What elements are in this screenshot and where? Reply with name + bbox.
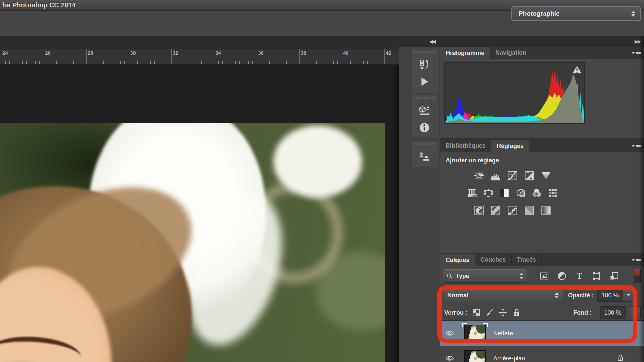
adjustment-photo-filter-button[interactable] (515, 187, 526, 199)
layer-row-arriere-plan[interactable]: Arrière-plan (440, 346, 644, 362)
panel-menu-icon[interactable] (632, 47, 641, 59)
filter-pixel-layers-icon[interactable] (540, 271, 549, 281)
horizontal-ruler[interactable]: 24262830323436384042 (0, 49, 399, 64)
workspace-selector-label: Photographie (519, 10, 559, 17)
lock-pixels-brush-icon[interactable] (485, 308, 494, 317)
search-icon (447, 273, 453, 279)
exposure-icon (524, 170, 535, 181)
chevron-up-down-icon (631, 11, 635, 17)
panel-menu-icon[interactable] (632, 254, 641, 266)
blend-mode-select[interactable]: Normal (443, 288, 563, 302)
layer-name[interactable]: Arrière-plan (493, 355, 525, 362)
panel-menu-icon[interactable] (632, 140, 641, 152)
gradient-map-icon (541, 205, 551, 216)
tab-navigation[interactable]: Navigation (490, 47, 532, 59)
3d-cube-icon (419, 105, 430, 116)
lock-transparency-icon[interactable] (472, 308, 481, 317)
hue-saturation-icon (467, 188, 478, 198)
brightness-contrast-icon (474, 170, 484, 181)
tab-bibliotheques[interactable]: Bibliothèques (440, 140, 491, 152)
dock-gripper[interactable] (414, 97, 435, 99)
levels-icon (490, 170, 501, 181)
dock-gripper[interactable] (414, 143, 435, 145)
tab-calques[interactable]: Calques (440, 254, 475, 266)
posterize-icon (490, 205, 501, 216)
dock-gripper[interactable] (414, 51, 435, 53)
actions-panel-button[interactable] (411, 73, 438, 90)
lock-all-icon[interactable] (512, 308, 521, 317)
layer-thumbnail-image (464, 350, 486, 362)
3d-panel-button[interactable] (411, 102, 438, 119)
svg-text:T: T (577, 271, 582, 280)
layer-filtering-toggle-knob (634, 269, 640, 276)
history-panel-button[interactable] (411, 56, 438, 73)
adjustment-threshold-button[interactable] (507, 205, 518, 216)
adjustment-posterize-button[interactable] (490, 205, 501, 216)
adjustments-panel: Bibliothèques Réglages Ajouter un réglag… (440, 140, 644, 253)
collapse-panels-icon[interactable]: ◀◀ (429, 39, 435, 44)
filter-shape-layers-icon[interactable] (592, 271, 601, 281)
filter-adjustment-layers-icon[interactable] (557, 271, 567, 281)
workspace-selector[interactable]: Photographie (511, 6, 641, 21)
adjustment-channel-mixer-button[interactable] (531, 187, 542, 199)
adjustment-brightness-contrast-button[interactable] (473, 170, 485, 181)
adjustment-invert-button[interactable] (473, 205, 485, 216)
lock-position-icon[interactable] (499, 308, 507, 317)
adjustment-color-lookup-button[interactable] (547, 187, 558, 199)
layer-filter-row: Type T (440, 266, 644, 286)
layer-name[interactable]: Netteté (493, 330, 513, 337)
play-icon (419, 76, 430, 87)
filter-kind-select[interactable]: Type (443, 269, 527, 283)
eye-icon (445, 354, 454, 362)
info-panel-button[interactable] (411, 119, 438, 136)
clone-source-panel-button[interactable] (411, 147, 438, 165)
filter-smart-objects-icon[interactable] (609, 271, 619, 281)
opacity-value[interactable]: 100 % (597, 289, 623, 302)
panel-column-header: ▶▶ (440, 36, 644, 47)
opacity-dropdown-button[interactable] (623, 289, 633, 302)
tab-couches[interactable]: Couches (475, 254, 512, 266)
layer-row-nettete[interactable]: Netteté (440, 321, 644, 346)
adjustment-gradient-map-button[interactable] (540, 205, 552, 216)
tab-reglages[interactable]: Réglages (491, 140, 529, 152)
adjustment-row-2 (440, 187, 585, 199)
fill-label: Fond : (573, 309, 592, 316)
curves-icon (507, 170, 518, 181)
clone-source-icon (419, 150, 430, 162)
adjustment-curves-button[interactable] (507, 170, 518, 181)
blend-mode-row: Normal Opacité : 100 % (440, 286, 644, 305)
thumbnail-selection-bracket (483, 339, 488, 343)
filter-kind-label: Type (455, 273, 469, 280)
expand-panels-icon[interactable]: ▶▶ (635, 39, 641, 44)
layer-visibility-toggle[interactable] (440, 321, 459, 346)
filter-type-layers-icon[interactable]: T (575, 271, 584, 281)
fill-value[interactable]: 100 % (600, 306, 626, 319)
tab-histogramme[interactable]: Histogramme (440, 47, 490, 59)
adjustment-levels-button[interactable] (490, 170, 501, 181)
adjustment-selective-color-button[interactable] (524, 205, 535, 216)
pasteboard (0, 65, 399, 362)
selective-color-icon (524, 205, 535, 216)
tab-traces[interactable]: Tracés (512, 254, 542, 266)
adjustment-black-white-button[interactable] (499, 187, 510, 199)
fill-dropdown-button[interactable] (631, 306, 641, 319)
adjustment-color-balance-button[interactable] (483, 187, 494, 199)
dock-group-3 (410, 141, 438, 167)
layer-thumbnail[interactable] (464, 325, 486, 342)
dock-group-1 (410, 49, 438, 93)
eye-icon (445, 329, 454, 338)
panel-column: ▶▶ Histogramme Navigation Bibliothèques … (440, 36, 644, 362)
histogram-refresh-warning-icon[interactable] (572, 65, 582, 74)
threshold-icon (507, 205, 518, 216)
layer-visibility-toggle[interactable] (440, 346, 459, 362)
add-adjustment-heading: Ajouter un réglage (440, 152, 644, 164)
channel-mixer-icon (531, 188, 542, 198)
adjustment-vibrance-button[interactable] (540, 170, 552, 181)
adjustment-hue-saturation-button[interactable] (467, 187, 478, 199)
photo-filter-icon (515, 188, 526, 198)
adjustment-exposure-button[interactable] (524, 170, 535, 181)
black-white-icon (499, 188, 510, 198)
layer-filtering-toggle[interactable] (634, 269, 641, 283)
lock-label: Verrou : (444, 309, 467, 316)
layer-thumbnail[interactable] (464, 350, 486, 362)
